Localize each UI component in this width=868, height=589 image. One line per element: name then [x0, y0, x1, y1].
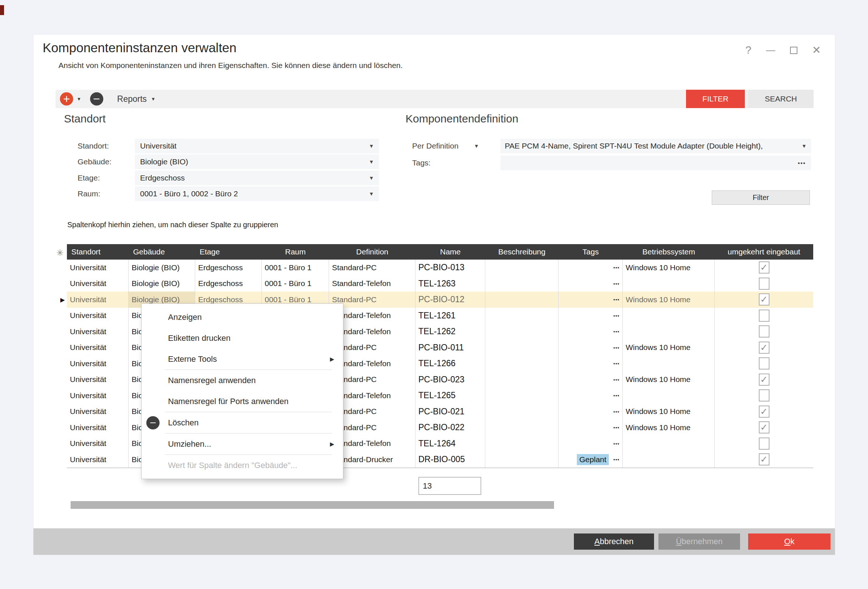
cell-name[interactable]: TEL-1265	[415, 388, 485, 404]
table-options-icon[interactable]: ✳	[56, 248, 63, 258]
checkbox[interactable]	[759, 389, 769, 402]
filter-button[interactable]: Filter	[712, 190, 810, 205]
checkbox[interactable]: ✓	[759, 294, 769, 306]
minimize-icon[interactable]: —	[766, 46, 775, 55]
cell-name[interactable]: TEL-1263	[415, 276, 485, 292]
cell-etage[interactable]: Erdgeschoss	[195, 260, 262, 276]
cell-name[interactable]: PC-BIO-021	[415, 404, 485, 420]
menu-item-namensregel-anwenden[interactable]: Namensregel anwenden	[142, 370, 343, 391]
cell-tags[interactable]: •••	[558, 260, 623, 276]
cell-beschreibung[interactable]	[485, 308, 558, 324]
ellipsis-icon[interactable]: •••	[798, 160, 811, 166]
cell-standort[interactable]: Universität	[67, 452, 129, 468]
dropdown-etage[interactable]: Erdgeschoss▼	[135, 171, 379, 185]
cell-betriebssystem[interactable]	[623, 308, 715, 324]
add-button[interactable]: +	[60, 92, 73, 106]
cell-name[interactable]: TEL-1262	[415, 323, 485, 340]
ellipsis-icon[interactable]: •••	[613, 457, 620, 462]
ellipsis-icon[interactable]: •••	[613, 393, 620, 398]
cell-betriebssystem[interactable]: Windows 10 Home	[623, 419, 715, 436]
cell-beschreibung[interactable]	[485, 419, 558, 436]
cell-beschreibung[interactable]	[485, 260, 558, 276]
cell-beschreibung[interactable]	[485, 436, 558, 452]
cell-beschreibung[interactable]	[485, 323, 558, 340]
help-icon[interactable]: ?	[745, 45, 751, 56]
tags-field[interactable]: •••	[500, 155, 811, 170]
cell-standort[interactable]: Universität	[67, 372, 129, 388]
cell-gebaeude[interactable]: Biologie (BIO)	[129, 260, 195, 276]
cell-tags[interactable]: •••	[558, 372, 623, 388]
cell-name[interactable]: PC-BIO-023	[415, 372, 485, 388]
cell-raum[interactable]: 0001 - Büro 1	[262, 276, 329, 292]
column-header-8[interactable]: Betriebssystem	[623, 244, 715, 260]
cell-name[interactable]: TEL-1264	[415, 436, 485, 452]
cell-tags[interactable]: •••	[558, 436, 623, 452]
checkbox[interactable]: ✓	[759, 406, 769, 418]
ellipsis-icon[interactable]: •••	[613, 377, 620, 382]
filter-tab-button[interactable]: FILTER	[686, 90, 745, 108]
close-icon[interactable]: ✕	[812, 45, 821, 56]
cell-etage[interactable]: Erdgeschoss	[195, 276, 262, 292]
cell-tags[interactable]: •••	[558, 356, 623, 372]
cell-tags[interactable]: •••	[558, 323, 623, 340]
cell-tags[interactable]: •••	[558, 340, 623, 356]
ellipsis-icon[interactable]: •••	[613, 265, 620, 270]
cell-beschreibung[interactable]	[485, 452, 558, 468]
cell-standort[interactable]: Universität	[67, 404, 129, 420]
cell-standort[interactable]: Universität	[67, 292, 129, 308]
column-header-5[interactable]: Name	[415, 244, 485, 260]
menu-item-anzeigen[interactable]: Anzeigen	[142, 307, 343, 328]
checkbox[interactable]: ✓	[759, 342, 769, 354]
ellipsis-icon[interactable]: •••	[613, 313, 620, 318]
menu-item-externe-tools[interactable]: Externe Tools▶	[142, 348, 343, 369]
cell-tags[interactable]: •••	[558, 404, 623, 420]
row-count-field[interactable]: 13	[418, 477, 481, 495]
ellipsis-icon[interactable]: •••	[613, 281, 620, 286]
cell-standort[interactable]: Universität	[67, 419, 129, 436]
cell-betriebssystem[interactable]: Windows 10 Home	[623, 260, 715, 276]
ellipsis-icon[interactable]: •••	[613, 345, 620, 350]
checkbox[interactable]: ✓	[759, 421, 769, 434]
ellipsis-icon[interactable]: •••	[613, 441, 620, 446]
cell-betriebssystem[interactable]: Windows 10 Home	[623, 340, 715, 356]
cell-name[interactable]: PC-BIO-013	[415, 260, 485, 276]
ellipsis-icon[interactable]: •••	[613, 329, 620, 334]
cell-betriebssystem[interactable]: Windows 10 Home	[623, 372, 715, 388]
cell-standort[interactable]: Universität	[67, 276, 129, 292]
search-tab-button[interactable]: SEARCH	[748, 90, 813, 108]
checkbox[interactable]: ✓	[759, 453, 769, 465]
cancel-button[interactable]: Abbrechen	[574, 533, 654, 550]
dropdown-raum[interactable]: 0001 - Büro 1, 0002 - Büro 2▼	[135, 186, 379, 201]
cell-beschreibung[interactable]	[485, 388, 558, 404]
cell-betriebssystem[interactable]	[623, 323, 715, 340]
menu-item-umziehen[interactable]: Umziehen...▶	[142, 434, 343, 455]
cell-definition[interactable]: Standard-PC	[329, 260, 415, 276]
cell-umgekehrt-eingebaut[interactable]: ✓	[715, 292, 813, 308]
column-header-3[interactable]: Raum	[262, 244, 329, 260]
cell-umgekehrt-eingebaut[interactable]	[715, 436, 813, 452]
table-row[interactable]: UniversitätBiologie (BIO)Erdgeschoss0001…	[67, 276, 813, 292]
cell-beschreibung[interactable]	[485, 404, 558, 420]
cell-beschreibung[interactable]	[485, 292, 558, 308]
dropdown-gebäude[interactable]: Biologie (BIO)▼	[135, 154, 379, 169]
ellipsis-icon[interactable]: •••	[613, 297, 620, 302]
checkbox[interactable]	[759, 357, 769, 369]
cell-standort[interactable]: Universität	[67, 356, 129, 372]
cell-name[interactable]: PC-BIO-022	[415, 419, 485, 436]
ok-button[interactable]: Ok	[748, 533, 831, 550]
menu-item-namensregel-für-ports-anwenden[interactable]: Namensregel für Ports anwenden	[142, 391, 343, 412]
cell-tags[interactable]: •••	[558, 388, 623, 404]
add-dropdown-caret-icon[interactable]: ▾	[78, 96, 81, 102]
cell-beschreibung[interactable]	[485, 340, 558, 356]
cell-umgekehrt-eingebaut[interactable]	[715, 388, 813, 404]
cell-standort[interactable]: Universität	[67, 323, 129, 340]
cell-beschreibung[interactable]	[485, 356, 558, 372]
horizontal-scrollbar[interactable]	[71, 501, 554, 509]
cell-definition[interactable]: Standard-Telefon	[329, 276, 415, 292]
checkbox[interactable]: ✓	[759, 373, 769, 386]
ellipsis-icon[interactable]: •••	[613, 425, 620, 430]
cell-umgekehrt-eingebaut[interactable]	[715, 323, 813, 340]
cell-beschreibung[interactable]	[485, 372, 558, 388]
column-header-4[interactable]: Definition	[329, 244, 415, 260]
table-row[interactable]: UniversitätBiologie (BIO)Erdgeschoss0001…	[67, 260, 813, 276]
